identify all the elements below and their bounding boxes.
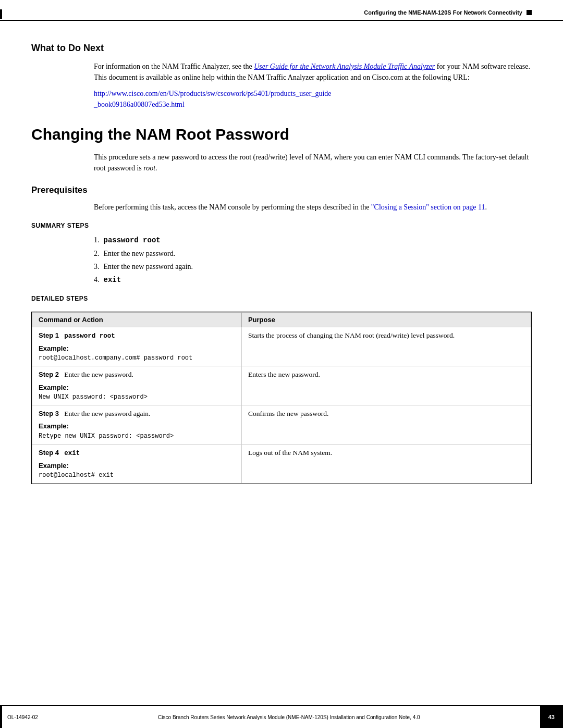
step2-example-code: New UNIX password: <password> bbox=[39, 392, 235, 402]
chapter-intro-italic: root bbox=[143, 164, 155, 172]
summary-steps-list: password root Enter the new password. En… bbox=[94, 235, 532, 286]
table-row: Step 2 Enter the new password. Example: … bbox=[32, 366, 531, 405]
main-content: What to Do Next For information on the N… bbox=[0, 21, 563, 484]
step1-cmd-cell: Step 1 password root Example: root@local… bbox=[32, 327, 242, 366]
page-header: Configuring the NME-NAM-120S For Network… bbox=[0, 0, 563, 20]
step3-purpose-text: Confirms the new password. bbox=[248, 410, 328, 417]
col-header-command: Command or Action bbox=[32, 313, 242, 327]
prerequisites-heading: Prerequisites bbox=[31, 185, 532, 195]
footer-right: 43 bbox=[540, 706, 563, 728]
prereq-link[interactable]: "Closing a Session" section on page 11 bbox=[371, 203, 485, 211]
step1-cmd: password root bbox=[64, 332, 115, 340]
step1-example-code: root@localhost.company.com# password roo… bbox=[39, 353, 235, 363]
step4-label: Step 4 bbox=[39, 449, 59, 456]
page: Configuring the NME-NAM-120S For Network… bbox=[0, 0, 563, 728]
summary-step-4-text: exit bbox=[104, 276, 121, 284]
detailed-steps-table-container: Command or Action Purpose Step 1 passwor… bbox=[31, 312, 532, 484]
summary-step-2-text: Enter the new password. bbox=[104, 250, 176, 257]
summary-step-4: exit bbox=[94, 274, 532, 286]
detailed-steps-heading: DETAILED STEPS bbox=[31, 295, 532, 302]
what-to-do-next-heading: What to Do Next bbox=[31, 43, 532, 54]
url-block: http://www.cisco.com/en/US/products/sw/c… bbox=[94, 88, 532, 110]
step4-purpose-cell: Logs out of the NAM system. bbox=[241, 444, 531, 483]
table-row: Step 1 password root Example: root@local… bbox=[32, 327, 531, 366]
header-right-text: Configuring the NME-NAM-120S For Network… bbox=[364, 9, 522, 16]
footer-left-bar bbox=[0, 706, 2, 728]
page-footer: OL-14942-02 Cisco Branch Routers Series … bbox=[0, 705, 563, 728]
step3-label: Step 3 bbox=[39, 410, 59, 417]
summary-step-1-text: password root bbox=[104, 236, 161, 244]
step3-cmd-cell: Step 3 Enter the new password again. Exa… bbox=[32, 405, 242, 445]
step3-example-label: Example: bbox=[39, 421, 235, 431]
detailed-steps-table: Command or Action Purpose Step 1 passwor… bbox=[32, 312, 531, 484]
step4-example-code: root@localhost# exit bbox=[39, 471, 235, 480]
detailed-steps-section: DETAILED STEPS Command or Action Purpose bbox=[31, 295, 532, 484]
header-square-icon bbox=[527, 10, 532, 15]
user-guide-link[interactable]: User Guide for the Network Analysis Modu… bbox=[254, 63, 435, 70]
step2-purpose-cell: Enters the new password. bbox=[241, 366, 531, 405]
footer-doc-number: OL-14942-02 bbox=[7, 714, 38, 720]
step2-label: Step 2 bbox=[39, 371, 59, 378]
top-left-bar bbox=[0, 9, 2, 19]
summary-step-3-text: Enter the new password again. bbox=[104, 263, 193, 270]
prerequisites-body: Before performing this task, access the … bbox=[94, 202, 532, 213]
chapter-intro-text: This procedure sets a new password to ac… bbox=[94, 153, 529, 172]
what-to-do-next-body: For information on the NAM Traffic Analy… bbox=[94, 61, 532, 83]
footer-page-number: 43 bbox=[540, 706, 563, 728]
chapter-intro-end: . bbox=[155, 164, 157, 172]
summary-steps-section: SUMMARY STEPS password root Enter the ne… bbox=[31, 222, 532, 286]
step4-example-label: Example: bbox=[39, 461, 235, 471]
table-header-row: Command or Action Purpose bbox=[32, 313, 531, 327]
step3-cmd: Enter the new password again. bbox=[64, 410, 150, 417]
summary-step-1: password root bbox=[94, 235, 532, 246]
step4-cmd: exit bbox=[64, 450, 80, 457]
prerequisites-section: Prerequisites Before performing this tas… bbox=[31, 185, 532, 213]
summary-step-3: Enter the new password again. bbox=[94, 261, 532, 272]
step2-example-label: Example: bbox=[39, 382, 235, 393]
step2-cmd-cell: Step 2 Enter the new password. Example: … bbox=[32, 366, 242, 405]
step1-purpose-text: Starts the process of changing the NAM r… bbox=[248, 331, 455, 339]
url-line1[interactable]: http://www.cisco.com/en/US/products/sw/c… bbox=[94, 90, 332, 97]
prereq-before-link: Before performing this task, access the … bbox=[94, 203, 371, 211]
step1-purpose-cell: Starts the process of changing the NAM r… bbox=[241, 327, 531, 366]
step1-example-label: Example: bbox=[39, 343, 235, 354]
col-header-purpose: Purpose bbox=[241, 313, 531, 327]
url-line2[interactable]: _book09186a00807ed53e.html bbox=[94, 101, 185, 108]
prereq-after-link: . bbox=[485, 203, 487, 211]
table-row: Step 3 Enter the new password again. Exa… bbox=[32, 405, 531, 445]
step2-purpose-text: Enters the new password. bbox=[248, 371, 320, 378]
summary-step-2: Enter the new password. bbox=[94, 248, 532, 259]
step3-example-code: Retype new UNIX password: <password> bbox=[39, 431, 235, 441]
step4-cmd-cell: Step 4 exit Example: root@localhost# exi… bbox=[32, 444, 242, 483]
step4-purpose-text: Logs out of the NAM system. bbox=[248, 449, 332, 456]
chapter-title: Changing the NAM Root Password bbox=[31, 126, 532, 143]
step3-purpose-cell: Confirms the new password. bbox=[241, 405, 531, 445]
step2-cmd: Enter the new password. bbox=[64, 371, 133, 378]
what-to-do-next-section: What to Do Next For information on the N… bbox=[31, 43, 532, 110]
step1-label: Step 1 bbox=[39, 331, 59, 339]
footer-left: OL-14942-02 bbox=[0, 706, 38, 728]
chapter-intro: This procedure sets a new password to ac… bbox=[94, 152, 532, 174]
footer-center-text: Cisco Branch Routers Series Network Anal… bbox=[38, 714, 540, 720]
paragraph1-before-link: For information on the NAM Traffic Analy… bbox=[94, 63, 254, 70]
table-row: Step 4 exit Example: root@localhost# exi… bbox=[32, 444, 531, 483]
summary-steps-heading: SUMMARY STEPS bbox=[31, 222, 532, 229]
